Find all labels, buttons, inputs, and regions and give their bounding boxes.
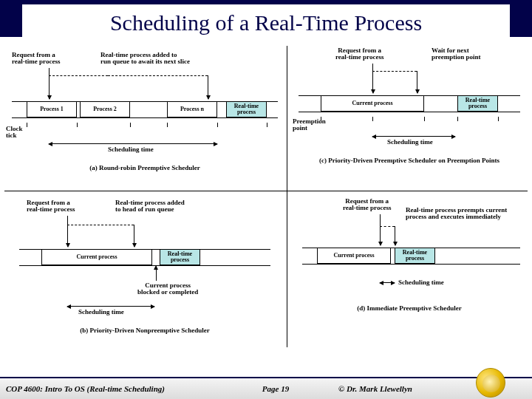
label-request: Request from a real-time process [343,198,391,212]
box-p2: Process 2 [80,101,130,117]
label-clock: Clock tick [6,126,23,140]
box-rt: Real-time process [457,95,498,112]
panel-d: Request from a real-time process Real-ti… [291,194,528,347]
panel-a: Request from a real-time process Real-ti… [4,46,285,190]
label-request: Request from a real-time process [27,200,75,214]
timeline-bot [299,112,520,112]
footer-page: Page 19 [228,384,324,393]
sched-arrow [49,143,217,144]
label-wait: Wait for next preemption point [432,47,481,61]
arrow-queue [208,75,208,99]
box-rt: Real-time process [160,249,200,265]
arrow-queue [134,225,134,247]
ucf-logo-icon [476,368,505,398]
slide: Scheduling of a Real-Time Process Reques… [0,0,532,399]
sched-arrow [67,306,154,307]
box-p1: Process 1 [27,101,77,117]
dash-1 [67,225,134,225]
box-rt: Real-time process [395,248,435,264]
sched-arrow [372,136,455,137]
dash-path-1 [49,75,108,76]
caption-b: (b) Priority-Driven Nonpreemptive Schedu… [4,327,285,334]
label-blocked: Current process blocked or completed [137,282,198,296]
label-added: Real-time process added to head of run q… [115,200,185,214]
label-sched: Scheduling time [108,146,154,153]
arrow-request [49,68,50,99]
footer-course: COP 4600: Intro To OS (Real-time Schedul… [6,384,228,393]
timeline-bot [302,264,520,265]
arrow-blocked [156,266,157,281]
arrow-request [67,216,68,247]
box-pn: Process n [167,101,217,117]
panel-c: Request from a real-time process Wait fo… [291,46,528,190]
footer: COP 4600: Intro To OS (Real-time Schedul… [0,377,532,399]
label-sched: Scheduling time [387,139,433,146]
arrow-imm [395,226,395,245]
timeline-bot [19,265,270,266]
label-added: Real-time process added to run queue to … [100,52,190,66]
timeline-bot [12,117,278,118]
panel-b: Request from a real-time process Real-ti… [4,194,285,347]
label-sched: Scheduling time [398,279,444,286]
arrow-request [380,214,381,245]
sched-arrow [380,282,395,283]
diagram-grid: Request from a real-time process Real-ti… [4,46,528,349]
caption-c: (c) Priority-Driven Preemptive Scheduler… [291,157,528,164]
dash-path-2 [108,75,208,76]
box-cur: Current process [321,95,424,112]
label-request: Request from a real-time process [12,52,60,66]
box-cur: Current process [41,249,152,265]
caption-d: (d) Immediate Preemptive Scheduler [291,304,528,312]
slide-title: Scheduling of a Real-Time Process [22,4,510,47]
arrow-request [372,64,373,93]
box-cur: Current process [317,248,391,264]
box-rt: Real-time process [226,101,267,117]
label-preempts: Real-time process preempts current proce… [406,207,507,221]
arrow-preempt [417,71,417,93]
label-request: Request from a real-time process [335,47,383,61]
label-sched: Scheduling time [78,309,124,316]
dash-1 [380,226,395,227]
caption-a: (a) Round-robin Preemptive Scheduler [4,164,285,171]
dash-1 [372,71,417,72]
